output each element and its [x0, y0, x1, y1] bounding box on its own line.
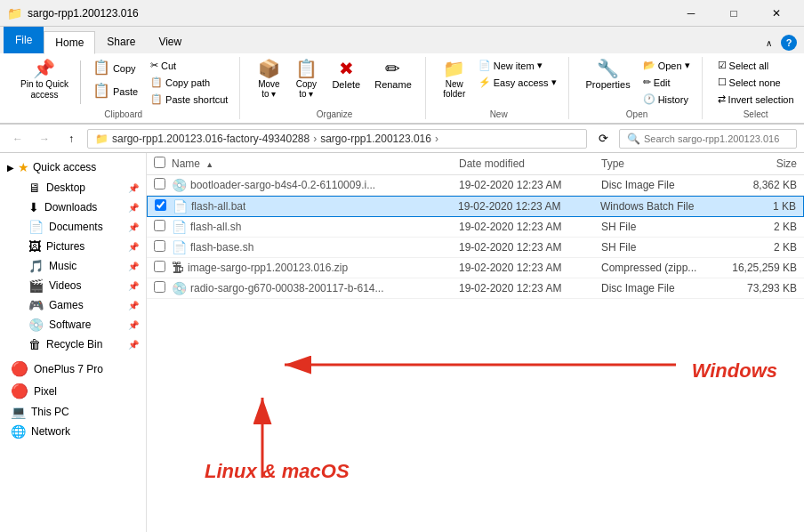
properties-label: Properties	[586, 79, 631, 90]
minimize-button[interactable]: ─	[671, 0, 712, 27]
tab-home[interactable]: Home	[44, 31, 95, 54]
select-group-label: Select	[744, 109, 768, 119]
select-all-checkbox[interactable]	[154, 157, 165, 168]
file-icon-0: 💿	[172, 178, 187, 192]
open-button[interactable]: 📂 Open ▾	[639, 57, 695, 74]
copy-path-icon: 📋	[150, 77, 163, 88]
table-row[interactable]: 📄 flash-base.sh 19-02-2020 12:23 AM SH F…	[147, 238, 804, 258]
sidebar-item-pictures[interactable]: 🖼 Pictures 📌	[0, 237, 146, 256]
copy-to-icon: 📋	[295, 60, 318, 77]
edit-button[interactable]: ✏ Edit	[639, 74, 695, 91]
tab-file[interactable]: File	[4, 27, 44, 53]
pin-indicator-software: 📌	[128, 320, 139, 330]
sidebar-label-downloads: Downloads	[44, 201, 123, 214]
sidebar-item-documents[interactable]: 📄 Documents 📌	[0, 217, 146, 237]
close-button[interactable]: ✕	[756, 0, 797, 27]
help-button[interactable]: ?	[781, 35, 797, 51]
copy-button[interactable]: 📋 Copy	[86, 57, 144, 80]
delete-button[interactable]: ✖ Delete	[326, 57, 366, 93]
pin-indicator-recycle: 📌	[128, 340, 139, 350]
table-row[interactable]: 📄 flash-all.sh 19-02-2020 12:23 AM SH Fi…	[147, 217, 804, 238]
sidebar-item-music[interactable]: 🎵 Music 📌	[0, 256, 146, 276]
sidebar-item-desktop[interactable]: 🖥 Desktop 📌	[0, 178, 146, 197]
col-header-size[interactable]: Size	[726, 157, 797, 170]
search-input[interactable]	[644, 133, 789, 144]
table-row[interactable]: 📄 flash-all.bat 19-02-2020 12:23 AM Wind…	[147, 196, 804, 217]
col-header-name[interactable]: Name ▲	[172, 157, 459, 170]
pin-indicator-documents: 📌	[128, 222, 139, 232]
pin-to-quick-button[interactable]: 📌 Pin to Quickaccess	[14, 57, 75, 103]
tab-view[interactable]: View	[147, 30, 193, 53]
copy-to-button[interactable]: 📋 Copyto ▾	[288, 57, 324, 101]
file-size-2: 2 KB	[726, 221, 797, 233]
sidebar-item-pixel[interactable]: 🔴 Pixel	[0, 380, 146, 402]
ribbon-collapse-button[interactable]: ∧	[758, 32, 779, 53]
sidebar-item-downloads[interactable]: ⬇ Downloads 📌	[0, 197, 146, 217]
sidebar-item-recycle[interactable]: 🗑 Recycle Bin 📌	[0, 335, 146, 354]
new-folder-icon: 📁	[443, 60, 465, 77]
paste-label: Paste	[113, 86, 138, 97]
table-row[interactable]: 🗜 image-sargo-rpp1.200123.016.zip 19-02-…	[147, 258, 804, 278]
cut-button[interactable]: ✂ Cut	[146, 57, 232, 74]
search-icon: 🔍	[627, 133, 640, 145]
file-icon-2: 📄	[172, 220, 187, 234]
table-row[interactable]: 💿 bootloader-sargo-b4s4-0.2-6110009.i...…	[147, 175, 804, 196]
sidebar-item-games[interactable]: 🎮 Games 📌	[0, 295, 146, 315]
ribbon-group-new: 📁 Newfolder 📄 New item ▾ ⚡ Easy access ▾	[430, 57, 569, 119]
row-checkbox-4[interactable]	[154, 261, 165, 272]
file-name-4: image-sargo-rpp1.200123.016.zip	[188, 262, 348, 274]
tab-share[interactable]: Share	[95, 30, 147, 53]
row-checkbox-2[interactable]	[154, 220, 165, 231]
maximize-button[interactable]: □	[713, 0, 754, 27]
row-checkbox-0[interactable]	[154, 178, 165, 189]
row-checkbox-5[interactable]	[154, 281, 165, 293]
ribbon-tabs: File Home Share View ∧ ?	[0, 27, 804, 53]
window-icon: 📁	[7, 6, 22, 20]
history-button[interactable]: 🕐 History	[639, 91, 695, 108]
open-label: Open	[658, 60, 682, 71]
rename-button[interactable]: ✏ Rename	[368, 57, 418, 93]
refresh-button[interactable]: ⟳	[592, 128, 614, 149]
file-list: Name ▲ Date modified Type Size 💿 bootloa…	[147, 153, 804, 532]
table-row[interactable]: 💿 radio-sargo-g670-00038-200117-b-614...…	[147, 278, 804, 299]
search-box[interactable]: 🔍	[619, 129, 797, 149]
quick-access-header[interactable]: ▶ ★ Quick access	[0, 157, 146, 178]
documents-icon: 📄	[28, 220, 44, 234]
move-to-button[interactable]: 📦 Moveto ▾	[251, 57, 286, 101]
path-segment-2: sargo-rpp1.200123.016	[320, 133, 431, 145]
sidebar-item-thispc[interactable]: 💻 This PC	[0, 402, 146, 422]
pin-indicator-videos: 📌	[128, 281, 139, 291]
sidebar-label-thispc: This PC	[31, 406, 139, 418]
easy-access-button[interactable]: ⚡ Easy access ▾	[474, 74, 561, 91]
paste-shortcut-button[interactable]: 📋 Paste shortcut	[146, 91, 232, 108]
sidebar-item-network[interactable]: 🌐 Network	[0, 422, 146, 441]
path-end-arrow: ›	[435, 133, 438, 145]
col-header-type[interactable]: Type	[601, 157, 726, 170]
properties-button[interactable]: 🔧 Properties	[580, 57, 637, 93]
address-path[interactable]: 📁 sargo-rpp1.200123.016-factory-49340288…	[87, 129, 587, 149]
edit-label: Edit	[654, 77, 671, 88]
file-size-0: 8,362 KB	[726, 179, 797, 191]
copy-to-label: Copyto ▾	[296, 79, 317, 99]
new-folder-button[interactable]: 📁 Newfolder	[437, 57, 472, 101]
forward-button[interactable]: →	[34, 128, 55, 149]
sidebar-item-videos[interactable]: 🎬 Videos 📌	[0, 276, 146, 295]
back-button[interactable]: ←	[7, 128, 28, 149]
sidebar-item-software[interactable]: 💿 Software 📌	[0, 315, 146, 335]
paste-button[interactable]: 📋 Paste	[86, 80, 144, 103]
path-icon: 📁	[95, 133, 109, 145]
select-none-button[interactable]: ☐ Select none	[713, 74, 799, 91]
new-item-button[interactable]: 📄 New item ▾	[474, 57, 561, 74]
file-date-2: 19-02-2020 12:23 AM	[459, 221, 601, 233]
delete-label: Delete	[332, 79, 360, 90]
up-button[interactable]: ↑	[60, 128, 82, 149]
row-checkbox-3[interactable]	[154, 240, 165, 252]
invert-selection-button[interactable]: ⇄ Invert selection	[713, 91, 799, 108]
rename-icon: ✏	[385, 60, 400, 77]
row-checkbox-1[interactable]	[155, 199, 166, 211]
copy-path-button[interactable]: 📋 Copy path	[146, 74, 232, 91]
select-all-button[interactable]: ☑ Select all	[713, 57, 799, 74]
sidebar-item-oneplus[interactable]: 🔴 OnePlus 7 Pro	[0, 358, 146, 380]
file-icon-1: 📄	[173, 199, 188, 214]
col-header-date[interactable]: Date modified	[459, 157, 601, 170]
